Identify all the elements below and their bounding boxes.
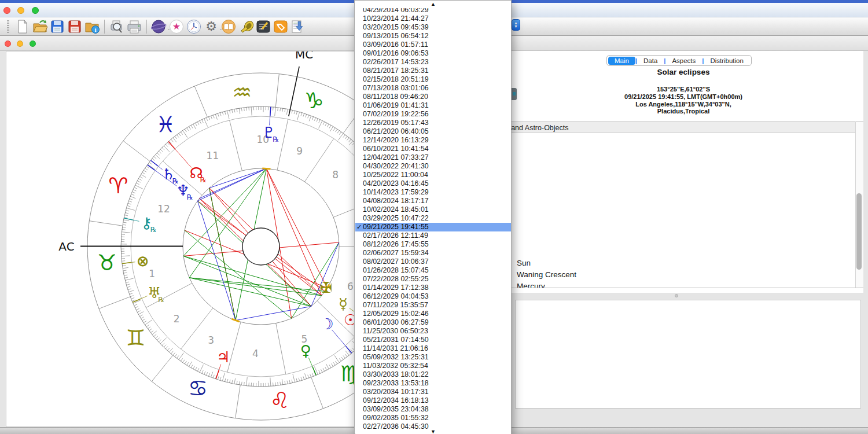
eclipse-date-option[interactable]: 04/30/2022 20:41:30	[355, 162, 511, 171]
notes-button[interactable]	[255, 19, 272, 35]
eclipse-date-option[interactable]: 09/01/2016 09:06:53	[355, 49, 511, 58]
house-number: 3	[208, 334, 214, 346]
eclipse-date-option[interactable]: 08/11/2018 09:46:20	[355, 93, 511, 101]
planet-venus-icon: ♀	[300, 342, 311, 359]
eclipse-date-option[interactable]: 07/02/2019 19:22:56	[355, 110, 511, 119]
tab-distribution[interactable]: Distribution	[704, 57, 750, 65]
save-icon	[50, 19, 64, 34]
eclipse-date-option[interactable]: 03/29/2025 10:47:22	[355, 214, 511, 223]
open-icon	[32, 19, 48, 34]
eclipse-date-option[interactable]: 10/23/2014 21:44:27	[355, 14, 511, 23]
reference-book-icon	[221, 19, 236, 34]
open-button[interactable]	[31, 19, 49, 35]
tab-aspects[interactable]: Aspects	[665, 57, 702, 65]
eclipse-date-option[interactable]: 06/12/2029 04:04:53	[355, 292, 511, 301]
eclipse-date-option[interactable]: 07/22/2028 02:55:25	[355, 275, 511, 284]
planet-menu-icon	[151, 19, 167, 34]
eclipse-date-option[interactable]: 02/17/2026 12:11:49	[355, 231, 511, 240]
eclipse-date-option[interactable]: 06/01/2030 06:27:59	[355, 318, 511, 327]
retrograde-mark: ℞	[273, 135, 279, 144]
scroll-up-icon[interactable]: ▲	[355, 1, 511, 8]
eclipse-date-option[interactable]: 08/21/2017 18:25:31	[355, 67, 511, 75]
new-document-button[interactable]	[14, 19, 31, 35]
folder-info-button[interactable]: i	[83, 19, 101, 35]
tab-main[interactable]: Main	[608, 57, 635, 65]
chart-info-block: 153°25"E,61°02"S09/21/2025 19:41:55, LMT…	[512, 86, 855, 115]
list-scrollbar-thumb[interactable]	[856, 193, 862, 270]
eclipse-date-option[interactable]: 12/05/2029 15:02:46	[355, 310, 511, 318]
eclipse-date-option[interactable]: 03/20/2034 10:17:31	[355, 388, 511, 396]
eclipse-date-option[interactable]: 08/02/2027 10:06:37	[355, 258, 511, 266]
clock-button[interactable]	[185, 19, 203, 35]
eclipse-date-option[interactable]: 01/26/2028 15:07:45	[355, 266, 511, 275]
eclipse-date-option[interactable]: 01/06/2019 01:41:31	[355, 101, 511, 110]
eclipse-date-option[interactable]: 09/02/2035 01:55:32	[355, 414, 511, 422]
house-number: 9	[296, 145, 303, 157]
eclipse-date-option[interactable]: 08/12/2026 17:45:55	[355, 240, 511, 249]
print-button[interactable]	[126, 19, 143, 35]
eclipse-date-option[interactable]: 05/21/2031 07:14:50	[355, 336, 511, 344]
tag-button[interactable]	[272, 19, 289, 35]
doc-zoom-button[interactable]	[30, 41, 36, 47]
eclipse-date-option[interactable]: 03/20/2015 09:45:39	[355, 23, 511, 32]
retrograde-mark: ℞	[158, 296, 164, 304]
house-number: 11	[207, 150, 219, 161]
eclipse-date-option[interactable]: 12/04/2021 07:33:27	[355, 153, 511, 162]
eclipse-date-option[interactable]: 07/13/2018 03:01:06	[355, 84, 511, 93]
eclipse-date-option[interactable]: 02/15/2018 20:51:19	[355, 75, 511, 84]
svg-text:★: ★	[172, 21, 181, 32]
minimize-button[interactable]	[17, 7, 24, 14]
eclipse-date-option[interactable]: 02/26/2017 14:53:23	[355, 58, 511, 67]
chart-info-line: Placidus,Tropical	[512, 108, 855, 115]
favorites-button[interactable]: ★	[168, 19, 185, 35]
tab-bar: Main|Data|Aspects|Distribution	[606, 55, 752, 66]
eclipse-date-option[interactable]: 10/02/2024 18:45:01	[355, 205, 511, 214]
save-button[interactable]	[49, 19, 66, 35]
eclipse-date-option[interactable]: 05/09/2032 13:25:31	[355, 353, 511, 362]
save-as-button[interactable]	[66, 19, 83, 35]
splitter-handle[interactable]	[675, 294, 678, 297]
eclipse-date-option[interactable]: 11/03/2032 05:32:54	[355, 362, 511, 370]
doc-close-button[interactable]	[5, 41, 11, 47]
eclipse-date-option[interactable]: 06/10/2021 10:41:54	[355, 145, 511, 153]
tab-data[interactable]: Data	[637, 57, 664, 65]
eclipse-date-option[interactable]: 11/25/2030 06:50:23	[355, 327, 511, 336]
partially-hidden-toolbar-icon[interactable]	[512, 88, 517, 100]
eclipse-date-option[interactable]: 03/09/2035 23:04:38	[355, 405, 511, 414]
doc-minimize-button[interactable]	[17, 41, 23, 47]
eclipse-date-option[interactable]: 09/12/2034 16:18:13	[355, 396, 511, 405]
scroll-down-icon[interactable]: ▼	[355, 431, 511, 434]
eclipse-date-option[interactable]: ✓09/21/2025 19:41:55	[355, 223, 511, 231]
eclipse-date-option[interactable]: 06/21/2020 06:40:05	[355, 127, 511, 136]
eclipse-date-option[interactable]: 09/13/2015 06:54:12	[355, 32, 511, 41]
zoom-button[interactable]	[32, 7, 39, 14]
eclipse-date-option[interactable]: 01/14/2029 17:12:38	[355, 284, 511, 292]
settings-button[interactable]: ⚙ˇ	[203, 19, 220, 35]
house-number: 2	[174, 313, 180, 325]
sign-leo-icon: ♌	[270, 388, 290, 413]
eclipse-date-option[interactable]: 12/14/2020 16:13:29	[355, 136, 511, 145]
eclipse-date-option[interactable]: 10/14/2023 17:59:29	[355, 188, 511, 197]
eclipse-date-option[interactable]: 02/06/2027 15:59:34	[355, 249, 511, 258]
eclipse-date-option[interactable]: 12/26/2019 05:17:43	[355, 119, 511, 127]
announce-button[interactable]	[237, 19, 255, 35]
export-list-icon	[290, 19, 306, 34]
house-number: 6	[347, 281, 354, 292]
export-list-button[interactable]	[289, 19, 307, 35]
planet-menu-button[interactable]: ˇ	[150, 19, 168, 35]
eclipse-date-option[interactable]: 11/14/2031 21:06:16	[355, 344, 511, 353]
reference-book-button[interactable]	[220, 19, 237, 35]
eclipse-date-option[interactable]: 03/09/2016 01:57:11	[355, 41, 511, 49]
eclipse-date-option[interactable]: 04/08/2024 18:17:17	[355, 197, 511, 205]
toolbar-drag-handle[interactable]	[7, 20, 9, 33]
eclipse-date-option[interactable]: 07/11/2029 15:35:57	[355, 301, 511, 310]
close-button[interactable]	[3, 7, 10, 14]
settings-icon: ⚙	[204, 19, 219, 34]
eclipse-date-option[interactable]: 10/25/2022 11:00:04	[355, 171, 511, 179]
mc-label: MC	[295, 52, 313, 61]
print-preview-button[interactable]	[108, 19, 126, 35]
date-popup-stepper-icon[interactable]: ▲▼	[512, 19, 520, 31]
eclipse-date-option[interactable]: 03/30/2033 18:01:22	[355, 370, 511, 379]
eclipse-date-option[interactable]: 04/20/2023 04:16:45	[355, 179, 511, 188]
eclipse-date-option[interactable]: 09/23/2033 13:53:18	[355, 379, 511, 388]
